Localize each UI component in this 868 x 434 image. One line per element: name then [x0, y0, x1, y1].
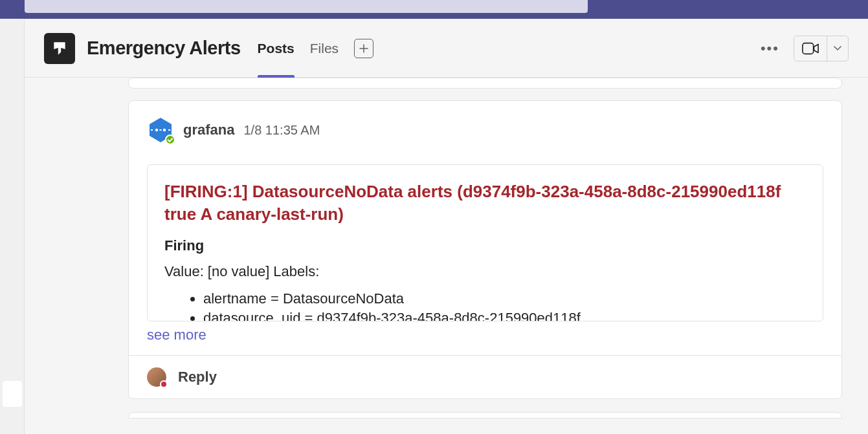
- meet-dropdown-button[interactable]: [827, 44, 848, 53]
- presence-available-icon: [165, 135, 175, 145]
- rail-item[interactable]: [3, 381, 22, 407]
- reply-button[interactable]: Reply: [129, 355, 841, 398]
- channel-title: Emergency Alerts: [87, 38, 241, 59]
- search-input[interactable]: [25, 0, 588, 13]
- flag-icon: [51, 40, 68, 57]
- author-avatar[interactable]: [147, 116, 174, 144]
- tab-posts[interactable]: Posts: [258, 19, 295, 77]
- previous-message-card[interactable]: [128, 78, 842, 89]
- message-header: grafana 1/8 11:35 AM: [129, 101, 841, 144]
- meet-button: [794, 36, 849, 61]
- alert-value-line: Value: [no value] Labels:: [164, 263, 806, 280]
- see-more-link[interactable]: see more: [147, 327, 823, 343]
- meet-video-button[interactable]: [794, 36, 827, 61]
- alert-label-item: alertname = DatasourceNoData: [203, 289, 806, 309]
- channel-header: Emergency Alerts Posts Files •••: [25, 19, 868, 78]
- message-timestamp: 1/8 11:35 AM: [243, 123, 320, 138]
- svg-rect-4: [160, 129, 162, 131]
- header-actions: •••: [755, 35, 849, 62]
- svg-point-3: [163, 129, 166, 131]
- chevron-down-icon: [834, 46, 841, 51]
- content-area: Emergency Alerts Posts Files •••: [25, 19, 868, 434]
- more-options-button[interactable]: •••: [755, 35, 785, 62]
- alert-labels-list: alertname = DatasourceNoData datasource_…: [164, 289, 806, 321]
- message-card: grafana 1/8 11:35 AM [FIRING:1] Datasour…: [128, 100, 842, 399]
- messages-list: grafana 1/8 11:35 AM [FIRING:1] Datasour…: [25, 78, 868, 434]
- alert-status: Firing: [164, 237, 806, 254]
- plus-icon: [359, 43, 369, 54]
- next-message-card[interactable]: [128, 412, 842, 418]
- video-icon: [802, 42, 819, 55]
- add-tab-button[interactable]: [354, 39, 373, 58]
- alert-label-item: datasource_uid = d9374f9b-323a-458a-8d8c…: [203, 309, 806, 321]
- svg-point-2: [155, 129, 158, 131]
- svg-rect-0: [803, 43, 814, 54]
- alert-title: [FIRING:1] DatasourceNoData alerts (d937…: [164, 180, 806, 226]
- presence-busy-icon: [160, 380, 168, 388]
- author-name[interactable]: grafana: [183, 122, 234, 138]
- alert-card: [FIRING:1] DatasourceNoData alerts (d937…: [147, 164, 823, 321]
- app-title-bar: [0, 0, 868, 19]
- user-avatar: [147, 367, 166, 387]
- tab-files[interactable]: Files: [310, 19, 339, 77]
- channel-avatar: [44, 33, 75, 64]
- tabs: Posts Files: [258, 19, 374, 77]
- reply-label: Reply: [178, 369, 217, 385]
- app-rail: [0, 19, 25, 434]
